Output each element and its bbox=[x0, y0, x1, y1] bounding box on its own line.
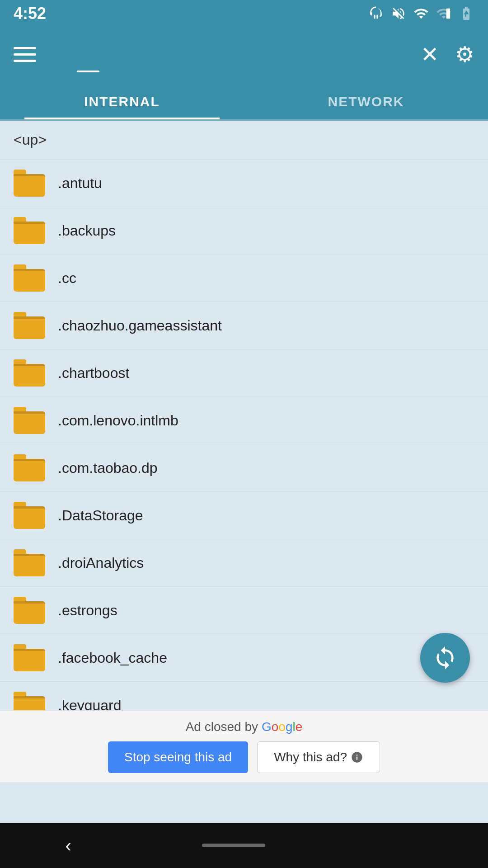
list-item[interactable]: .chartboost bbox=[0, 349, 488, 397]
list-item[interactable]: .facebook_cache bbox=[0, 634, 488, 682]
ad-buttons: Stop seeing this ad Why this ad? bbox=[108, 741, 380, 773]
file-name: .cc bbox=[58, 270, 76, 287]
back-button[interactable]: ‹ bbox=[65, 835, 71, 856]
ad-banner: Ad closed by Google Stop seeing this ad … bbox=[0, 710, 488, 782]
folder-icon bbox=[14, 502, 45, 529]
file-name: .com.lenovo.intlmb bbox=[58, 412, 178, 429]
file-name: .backups bbox=[58, 222, 116, 239]
status-bar: 4:52 bbox=[0, 0, 488, 27]
file-name: .chaozhuo.gameassistant bbox=[58, 317, 222, 334]
file-name: .estrongs bbox=[58, 602, 117, 619]
list-item[interactable]: .backups bbox=[0, 207, 488, 255]
file-name: .chartboost bbox=[58, 365, 129, 382]
wifi-icon bbox=[413, 5, 429, 22]
status-icons bbox=[368, 5, 474, 22]
battery-icon bbox=[458, 5, 474, 22]
list-item[interactable]: .antutu bbox=[0, 160, 488, 207]
folder-icon bbox=[14, 170, 45, 197]
ad-closed-label: Ad closed by bbox=[186, 720, 258, 734]
file-name: .antutu bbox=[58, 175, 102, 192]
top-bar: ✕ ⚙ bbox=[0, 27, 488, 81]
top-bar-actions: ✕ ⚙ bbox=[421, 42, 474, 67]
folder-icon bbox=[14, 454, 45, 481]
refresh-fab[interactable] bbox=[420, 633, 470, 683]
list-item[interactable]: .com.taobao.dp bbox=[0, 444, 488, 492]
folder-icon bbox=[14, 597, 45, 624]
main-content: INTERNAL NETWORK <up> .antutu .backups . bbox=[0, 81, 488, 827]
folder-icon bbox=[14, 264, 45, 292]
file-name: .droiAnalytics bbox=[58, 555, 144, 571]
stop-seeing-button[interactable]: Stop seeing this ad bbox=[108, 741, 248, 773]
why-this-ad-button[interactable]: Why this ad? bbox=[257, 741, 380, 773]
headphone-icon bbox=[368, 5, 384, 22]
file-name: .facebook_cache bbox=[58, 650, 167, 666]
tab-network[interactable]: NETWORK bbox=[244, 81, 488, 119]
tabs: INTERNAL NETWORK bbox=[0, 81, 488, 121]
svg-rect-0 bbox=[446, 9, 450, 19]
folder-icon bbox=[14, 549, 45, 576]
gear-icon[interactable]: ⚙ bbox=[455, 42, 474, 67]
tab-internal[interactable]: INTERNAL bbox=[0, 81, 244, 119]
folder-icon bbox=[14, 312, 45, 339]
list-item[interactable]: .droiAnalytics bbox=[0, 539, 488, 587]
up-item[interactable]: <up> bbox=[0, 121, 488, 160]
list-item[interactable]: .chaozhuo.gameassistant bbox=[0, 302, 488, 349]
signal-icon bbox=[436, 5, 452, 22]
status-time: 4:52 bbox=[14, 4, 46, 23]
breadcrumb bbox=[77, 71, 99, 72]
ad-google-label: Google bbox=[262, 720, 302, 734]
folder-icon bbox=[14, 644, 45, 671]
ad-closed-text: Ad closed by Google bbox=[186, 720, 303, 734]
folder-icon bbox=[14, 407, 45, 434]
list-item[interactable]: .cc bbox=[0, 255, 488, 302]
list-item[interactable]: .com.lenovo.intlmb bbox=[0, 397, 488, 444]
hamburger-menu[interactable] bbox=[14, 47, 36, 62]
file-name: .com.taobao.dp bbox=[58, 460, 158, 476]
list-item[interactable]: .DataStorage bbox=[0, 492, 488, 539]
mute-icon bbox=[390, 5, 407, 22]
folder-icon bbox=[14, 359, 45, 387]
list-item[interactable]: .estrongs bbox=[0, 587, 488, 634]
nav-bar: ‹ bbox=[0, 823, 488, 868]
home-pill[interactable] bbox=[202, 844, 265, 847]
close-icon[interactable]: ✕ bbox=[421, 42, 439, 67]
file-name: .DataStorage bbox=[58, 507, 143, 524]
folder-icon bbox=[14, 217, 45, 244]
